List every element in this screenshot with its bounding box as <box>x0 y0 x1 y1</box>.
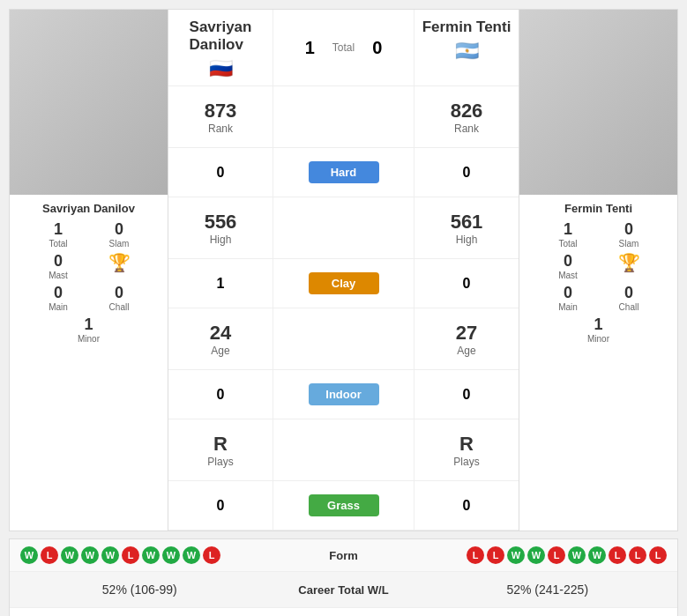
left-main-val: 0 <box>30 284 87 302</box>
clay-button[interactable]: Clay <box>309 272 379 294</box>
form-badge-right: W <box>527 546 545 564</box>
left-slam-lbl: Slam <box>91 239 148 249</box>
left-mast-lbl: Mast <box>30 271 87 280</box>
right-mast-stat: 0 Mast <box>540 252 597 280</box>
left-mast-stat: 0 Mast <box>30 252 87 280</box>
grass-row: Grass <box>273 481 414 531</box>
left-total-val: 1 <box>30 220 87 239</box>
form-badge-right: L <box>467 546 484 564</box>
total-header: 1 Total 0 <box>273 10 414 85</box>
total-score-left: 1 <box>305 38 315 58</box>
right-mast-val: 0 <box>540 252 597 271</box>
left-header-name: Savriyan Danilov <box>190 19 252 54</box>
right-plays-box: R Plays <box>414 419 519 481</box>
left-player-card: Savriyan Danilov 1 Total 0 Slam 0 Mast <box>10 10 168 531</box>
left-minor-val: 1 <box>60 315 117 334</box>
career-total-left: 52% (106-99) <box>24 583 256 597</box>
right-total-lbl: Total <box>540 239 597 249</box>
left-plays-box: R Plays <box>168 419 273 481</box>
total-score-display: 1 Total 0 <box>305 38 383 58</box>
form-badge-left: W <box>142 546 160 564</box>
left-player-info: Savriyan Danilov 1 Total 0 Slam 0 Mast <box>10 195 168 351</box>
form-badge-right: L <box>609 546 626 564</box>
left-player-stats: 1 Total 0 Slam 0 Mast 🏆 0 <box>17 220 161 344</box>
center-section: Savriyan Danilov 🇷🇺 1 Total 0 Fermin Ten… <box>168 10 519 531</box>
ytd-wl-row: 72% (13-5) YTD W/L 55% (17-14) <box>10 608 677 616</box>
right-total-stat: 1 Total <box>540 220 597 249</box>
right-flag: 🇦🇷 <box>455 40 479 63</box>
grass-button[interactable]: Grass <box>309 494 379 516</box>
left-player-photo <box>10 10 168 195</box>
bottom-stats-section: WLWWWLWWWL Form LLWWLWWLLL 52% (106-99) … <box>9 538 678 616</box>
right-minor-lbl: Minor <box>570 334 627 344</box>
career-total-right: 52% (241-225) <box>432 583 664 597</box>
hard-button[interactable]: Hard <box>309 161 379 183</box>
player-names-row: Savriyan Danilov 🇷🇺 1 Total 0 Fermin Ten… <box>168 10 519 86</box>
right-player-stats: 1 Total 0 Slam 0 Mast 🏆 0 <box>526 220 670 344</box>
left-mast-val: 0 <box>30 252 87 271</box>
right-player-card: Fermin Tenti 1 Total 0 Slam 0 Mast <box>519 10 677 531</box>
form-badge-left: L <box>203 546 220 564</box>
left-total-stat: 1 Total <box>30 220 87 249</box>
surface-rows: 873 Rank 0 556 High 1 <box>168 86 519 531</box>
left-indoor-score: 0 <box>217 387 225 403</box>
left-high-box: 556 High <box>168 197 273 259</box>
left-form-badges: WLWWWLWWWL <box>20 546 278 564</box>
right-slam-stat: 0 Slam <box>601 220 658 249</box>
left-minor-lbl: Minor <box>60 334 117 344</box>
career-total-label: Career Total W/L <box>256 583 432 597</box>
right-slam-val: 0 <box>601 220 658 239</box>
form-badge-right: W <box>568 546 586 564</box>
right-mast-lbl: Mast <box>540 271 597 280</box>
left-hard-score: 0 <box>217 165 225 181</box>
form-badge-left: W <box>61 546 78 564</box>
left-total-lbl: Total <box>30 239 87 249</box>
form-badge-right: L <box>487 546 504 564</box>
form-badge-left: W <box>20 546 38 564</box>
right-indoor-score: 0 <box>463 387 471 403</box>
right-total-val: 1 <box>540 220 597 239</box>
left-age-box: 24 Age <box>168 308 273 370</box>
form-label: Form <box>278 549 410 562</box>
career-total-row: 52% (106-99) Career Total W/L 52% (241-2… <box>10 572 677 608</box>
right-grass-score: 0 <box>463 498 471 514</box>
right-chall-stat: 0 Chall <box>601 284 658 312</box>
form-badge-left: W <box>183 546 200 564</box>
left-main-lbl: Main <box>30 302 87 312</box>
left-center-stats: 873 Rank 0 556 High 1 <box>168 86 273 531</box>
left-player-name: Savriyan Danilov <box>17 202 161 215</box>
form-badge-right: L <box>548 546 565 564</box>
indoor-button[interactable]: Indoor <box>309 383 379 405</box>
indoor-row: Indoor <box>273 370 414 419</box>
left-rank-box: 873 Rank <box>168 86 273 148</box>
right-player-info: Fermin Tenti 1 Total 0 Slam 0 Mast <box>519 195 677 351</box>
right-player-header: Fermin Tenti 🇦🇷 <box>414 10 519 85</box>
left-chall-lbl: Chall <box>91 302 148 312</box>
left-main-stat: 0 Main <box>30 284 87 312</box>
left-trophy-icon: 🏆 <box>91 252 148 273</box>
right-player-name: Fermin Tenti <box>526 202 670 215</box>
right-main-stat: 0 Main <box>540 284 597 312</box>
right-high-box: 561 High <box>414 197 519 259</box>
right-minor-stat: 1 Minor <box>570 315 627 344</box>
right-main-lbl: Main <box>540 302 597 312</box>
form-badge-right: L <box>649 546 667 564</box>
right-slam-lbl: Slam <box>601 239 658 249</box>
right-trophy-icon: 🏆 <box>601 252 658 273</box>
right-chall-lbl: Chall <box>601 302 658 312</box>
hard-row: Hard <box>273 148 414 197</box>
right-hard-score: 0 <box>463 165 471 181</box>
left-player-header: Savriyan Danilov 🇷🇺 <box>168 10 273 85</box>
form-badge-right: L <box>629 546 646 564</box>
left-clay-score: 1 <box>217 276 225 292</box>
right-trophy: 🏆 <box>601 252 658 280</box>
form-badge-left: W <box>81 546 99 564</box>
form-row: WLWWWLWWWL Form LLWWLWWLLL <box>10 539 677 572</box>
right-main-val: 0 <box>540 284 597 302</box>
left-flag: 🇷🇺 <box>209 57 233 80</box>
form-badge-left: W <box>162 546 180 564</box>
right-rank-box: 826 Rank <box>414 86 519 148</box>
left-slam-val: 0 <box>91 220 148 239</box>
right-player-photo <box>519 10 677 195</box>
form-badge-left: L <box>122 546 139 564</box>
